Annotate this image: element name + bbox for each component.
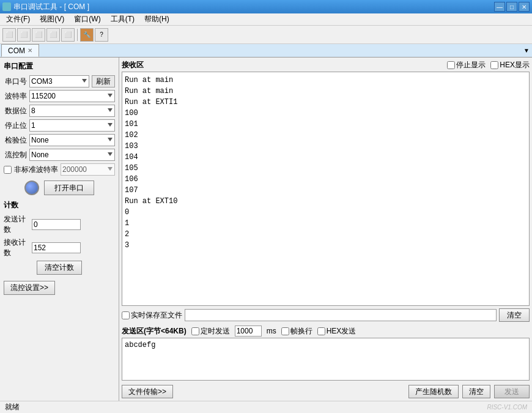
- nonstd-baud-select[interactable]: 200000: [61, 163, 115, 176]
- stopbits-row: 停止位 1: [4, 119, 115, 132]
- left-panel: 串口配置 串口号 COM3 刷新 波特率 115200 数据位 8 停止位: [0, 58, 119, 401]
- menu-window[interactable]: 窗口(W): [69, 13, 105, 26]
- tab-com[interactable]: COM ✕: [1, 44, 39, 57]
- flow-settings-button[interactable]: 流控设置>>: [4, 281, 55, 295]
- send-count-input[interactable]: 0: [32, 219, 81, 230]
- send-count-row: 发送计数 0: [4, 214, 115, 235]
- save-file-checkbox[interactable]: [122, 311, 130, 319]
- nonstd-baud-checkbox[interactable]: [4, 166, 12, 174]
- app-icon: [2, 2, 11, 11]
- recv-line: Run at main: [125, 86, 526, 97]
- clear-send-button[interactable]: 清空: [462, 385, 490, 398]
- menu-file[interactable]: 文件(F): [1, 13, 35, 26]
- timed-send-checkbox[interactable]: [191, 327, 199, 335]
- newline-label[interactable]: 帧换行: [281, 326, 312, 337]
- port-row: 串口号 COM3 刷新: [4, 75, 115, 87]
- stop-display-label[interactable]: 停止显示: [447, 60, 486, 70]
- recv-line: 102: [125, 130, 526, 141]
- recv-count-row: 接收计数 152: [4, 237, 115, 258]
- parity-row: 检验位 None: [4, 134, 115, 146]
- recv-line: 100: [125, 108, 526, 119]
- hex-display-checkbox[interactable]: [490, 61, 498, 69]
- stopbits-label: 停止位: [4, 121, 27, 131]
- tab-bar-right: ▼: [523, 44, 532, 57]
- send-section: 发送区(字节<64KB) 定时发送 ms 帧换行 HEX发送 abcdefg: [122, 326, 530, 398]
- send-title: 发送区(字节<64KB): [122, 326, 187, 337]
- ms-label: ms: [267, 327, 276, 335]
- open-port-button[interactable]: 打开串口: [44, 180, 94, 195]
- recv-title: 接收区: [122, 60, 144, 70]
- newline-checkbox[interactable]: [281, 327, 289, 335]
- send-textarea[interactable]: abcdefg: [122, 338, 530, 381]
- file-send-button[interactable]: 文件传输>>: [122, 385, 173, 398]
- title-bar-controls: — □ ✕: [494, 2, 530, 12]
- baud-select[interactable]: 115200: [29, 90, 115, 102]
- status-text: 就绪: [5, 402, 487, 412]
- baud-row: 波特率 115200: [4, 90, 115, 102]
- stopbits-select[interactable]: 1: [29, 119, 115, 132]
- timed-send-input[interactable]: [235, 326, 262, 337]
- toolbar-btn-1[interactable]: ⬜: [2, 28, 16, 42]
- send-header: 发送区(字节<64KB) 定时发送 ms 帧换行 HEX发送: [122, 326, 530, 337]
- watermark: RISC-V1.COM: [487, 404, 527, 411]
- recv-line: 2: [125, 229, 526, 240]
- title-bar: 串口调试工具 - [ COM ] — □ ✕: [0, 0, 532, 13]
- recv-area[interactable]: Run at mainRun at mainRun at EXTI1100101…: [122, 72, 530, 306]
- stop-display-checkbox[interactable]: [447, 61, 455, 69]
- open-port-area: 打开串口: [4, 180, 115, 195]
- flow-select[interactable]: None: [29, 149, 115, 161]
- toolbar-btn-4[interactable]: ⬜: [46, 28, 60, 42]
- recv-count-input[interactable]: 152: [32, 242, 81, 253]
- send-count-label: 发送计数: [4, 214, 29, 235]
- recv-count-label: 接收计数: [4, 237, 29, 258]
- parity-select[interactable]: None: [29, 134, 115, 146]
- save-file-label[interactable]: 实时保存至文件: [122, 310, 182, 321]
- tab-dropdown-icon[interactable]: ▼: [523, 47, 530, 54]
- clear-recv-button[interactable]: 清空: [499, 308, 530, 322]
- hex-send-label[interactable]: HEX发送: [317, 326, 357, 337]
- nonstd-baud-row: 非标准波特率 200000: [4, 163, 115, 176]
- toolbar-btn-5[interactable]: ⬜: [61, 28, 75, 42]
- maximize-button[interactable]: □: [506, 2, 517, 12]
- port-config-title: 串口配置: [4, 61, 115, 72]
- databits-select[interactable]: 8: [29, 105, 115, 117]
- clear-count-button[interactable]: 清空计数: [37, 261, 82, 275]
- send-footer: 文件传输>> 产生随机数 清空 发送: [122, 385, 530, 398]
- timed-send-label[interactable]: 定时发送: [191, 326, 230, 337]
- port-status-indicator: [24, 180, 39, 195]
- random-button[interactable]: 产生随机数: [408, 385, 459, 398]
- hex-send-checkbox[interactable]: [317, 327, 325, 335]
- recv-line: 106: [125, 174, 526, 185]
- recv-line: 105: [125, 163, 526, 174]
- recv-line: Run at EXTI1: [125, 97, 526, 108]
- toolbar-btn-help[interactable]: ?: [95, 28, 108, 42]
- refresh-button[interactable]: 刷新: [92, 75, 115, 87]
- recv-line: 103: [125, 141, 526, 152]
- port-label: 串口号: [4, 76, 27, 87]
- recv-line: Run at main: [125, 75, 526, 86]
- menu-help[interactable]: 帮助(H): [139, 13, 174, 26]
- recv-line: 3: [125, 240, 526, 251]
- title-bar-left: 串口调试工具 - [ COM ]: [2, 2, 89, 12]
- recv-line: 101: [125, 119, 526, 130]
- send-button[interactable]: 发送: [494, 385, 530, 398]
- parity-label: 检验位: [4, 135, 27, 146]
- minimize-button[interactable]: —: [494, 2, 505, 12]
- port-select[interactable]: COM3: [29, 75, 89, 87]
- recv-line: Run at EXT10: [125, 196, 526, 207]
- toolbar-btn-2[interactable]: ⬜: [17, 28, 31, 42]
- send-footer-right: 产生随机数 清空 发送: [408, 385, 530, 398]
- toolbar-btn-6[interactable]: 🔧: [80, 28, 94, 42]
- toolbar-btn-3[interactable]: ⬜: [32, 28, 45, 42]
- close-button[interactable]: ✕: [519, 2, 530, 12]
- recv-line: 104: [125, 152, 526, 163]
- tab-close-icon[interactable]: ✕: [28, 47, 32, 54]
- flow-row: 流控制 None: [4, 149, 115, 161]
- hex-display-label[interactable]: HEX显示: [490, 60, 530, 70]
- save-file-path-input[interactable]: [185, 309, 497, 321]
- menu-tools[interactable]: 工具(T): [106, 13, 139, 26]
- recv-controls: 停止显示 HEX显示: [447, 60, 530, 70]
- right-panel: 接收区 停止显示 HEX显示 Run at mainRun at mainRun…: [119, 58, 532, 401]
- menu-view[interactable]: 视图(V): [35, 13, 69, 26]
- count-title: 计数: [4, 200, 115, 210]
